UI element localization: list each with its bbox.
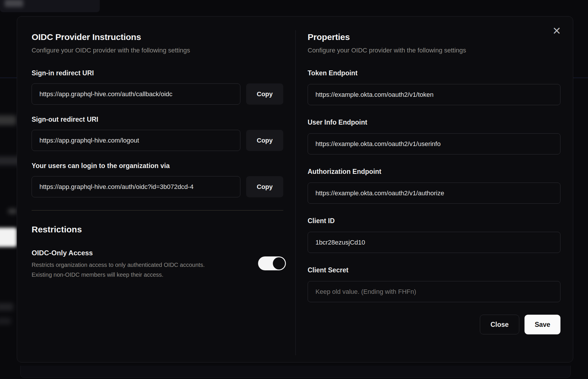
organization-login-uri-input[interactable] bbox=[32, 176, 240, 197]
organization-login-uri-label: Your users can login to the organization… bbox=[32, 162, 283, 170]
properties-subtitle: Configure your OIDC provider with the fo… bbox=[308, 47, 560, 54]
user-info-endpoint-label: User Info Endpoint bbox=[308, 119, 560, 126]
background-text-blur bbox=[0, 303, 13, 311]
background-text-blur bbox=[0, 115, 16, 125]
toggle-thumb bbox=[273, 257, 285, 269]
properties-title: Properties bbox=[308, 32, 560, 42]
instructions-panel: OIDC Provider Instructions Configure you… bbox=[32, 32, 283, 280]
client-secret-input[interactable] bbox=[308, 281, 560, 302]
organization-login-uri-row: Copy bbox=[32, 176, 283, 197]
instructions-subtitle: Configure your OIDC provider with the fo… bbox=[32, 47, 283, 54]
description-line-2: Existing non-OIDC members will keep thei… bbox=[32, 270, 246, 280]
background-logo-blur bbox=[5, 0, 23, 7]
background-card-edge bbox=[20, 366, 571, 378]
copy-login-uri-button[interactable]: Copy bbox=[246, 176, 283, 197]
authorization-endpoint-label: Authorization Endpoint bbox=[308, 168, 560, 176]
token-endpoint-label: Token Endpoint bbox=[308, 69, 560, 77]
save-button[interactable]: Save bbox=[525, 315, 560, 334]
oidc-only-access-description: Restricts organization access to only au… bbox=[32, 260, 246, 280]
oidc-only-access-toggle[interactable] bbox=[258, 256, 286, 270]
sign-out-redirect-uri-row: Copy bbox=[32, 130, 283, 151]
column-divider bbox=[295, 30, 296, 355]
sign-in-redirect-uri-input[interactable] bbox=[32, 83, 240, 105]
background-text-blur bbox=[8, 209, 17, 214]
dialog-footer: Close Save bbox=[308, 315, 560, 334]
oidc-settings-dialog: ✕ OIDC Provider Instructions Configure y… bbox=[17, 16, 573, 362]
sign-in-redirect-uri-row: Copy bbox=[32, 83, 283, 105]
client-id-input[interactable] bbox=[308, 232, 560, 253]
restrictions-title: Restrictions bbox=[32, 225, 283, 234]
sign-in-redirect-uri-label: Sign-in redirect URI bbox=[32, 69, 283, 77]
sign-out-redirect-uri-input[interactable] bbox=[32, 130, 240, 151]
token-endpoint-input[interactable] bbox=[308, 84, 560, 105]
background-text-blur bbox=[0, 318, 11, 325]
oidc-only-access-label: OIDC-Only Access bbox=[32, 249, 246, 257]
copy-sign-in-uri-button[interactable]: Copy bbox=[246, 83, 283, 105]
description-line-1: Restricts organization access to only au… bbox=[32, 260, 246, 270]
client-secret-label: Client Secret bbox=[308, 266, 560, 274]
client-id-label: Client ID bbox=[308, 217, 560, 225]
copy-sign-out-uri-button[interactable]: Copy bbox=[246, 130, 283, 151]
close-button[interactable]: Close bbox=[480, 315, 519, 334]
section-divider bbox=[32, 210, 283, 211]
background-topbar-card bbox=[0, 0, 100, 12]
instructions-title: OIDC Provider Instructions bbox=[32, 32, 283, 42]
properties-panel: Properties Configure your OIDC provider … bbox=[308, 32, 560, 334]
authorization-endpoint-input[interactable] bbox=[308, 183, 560, 204]
oidc-only-access-row: OIDC-Only Access Restricts organization … bbox=[32, 249, 283, 280]
user-info-endpoint-input[interactable] bbox=[308, 133, 560, 154]
sign-out-redirect-uri-label: Sign-out redirect URI bbox=[32, 116, 283, 123]
background-highlight-blur bbox=[0, 228, 17, 247]
